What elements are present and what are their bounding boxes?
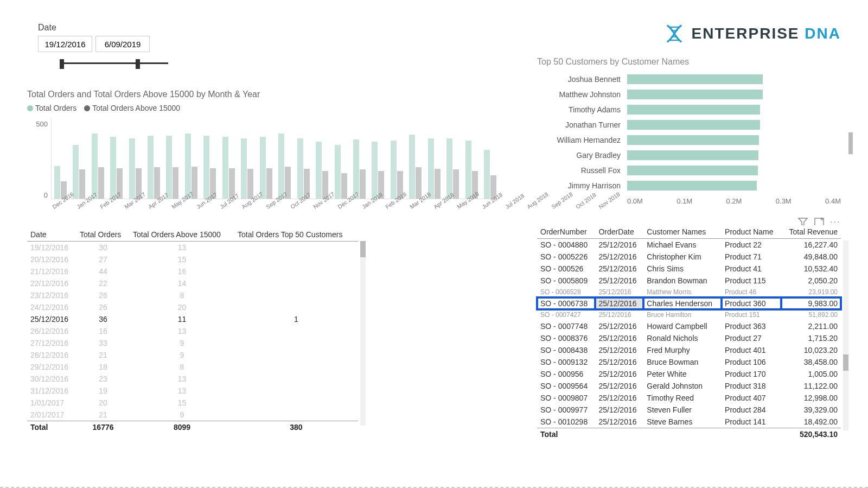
hbar-bar[interactable]	[627, 181, 757, 191]
date-from-input[interactable]	[38, 36, 92, 52]
hbar-x-tick: 0.1M	[676, 197, 692, 205]
table-row[interactable]: SO - 000774825/12/2016Howard CampbellPro…	[537, 320, 841, 332]
table-row[interactable]: 21/12/20164416	[27, 265, 358, 277]
brand-logo: ENTERPRISE DNA	[662, 22, 841, 46]
table2-header[interactable]: OrderDate	[595, 225, 643, 239]
table1-header[interactable]: Date	[27, 228, 76, 242]
top-customers-title: Top 50 Customers by Customer Names	[537, 57, 841, 67]
hbar-bar[interactable]	[627, 105, 760, 115]
table-row[interactable]: 25/12/201636111	[27, 313, 358, 325]
table-row[interactable]: 24/12/20162620	[27, 301, 358, 313]
legend-total-orders: Total Orders	[35, 104, 76, 112]
table-row[interactable]: SO - 000913225/12/2016Bruce BowmanProduc…	[537, 356, 841, 368]
hbar-label: Gary Bradley	[537, 151, 624, 160]
table-row[interactable]: 26/12/20161613	[27, 325, 358, 337]
hbar-bar[interactable]	[627, 150, 758, 160]
table-row[interactable]: 29/12/2016188	[27, 361, 358, 373]
hbar-label: Joshua Bennett	[537, 75, 624, 84]
table-row[interactable]: SO - 00052625/12/2016Chris SimsProduct 4…	[537, 263, 841, 275]
table-row[interactable]: SO - 000837625/12/2016Ronald NicholsProd…	[537, 332, 841, 344]
table-row[interactable]: SO - 000956425/12/2016Gerald JohnstonPro…	[537, 380, 841, 392]
hbar-label: Jonathan Turner	[537, 121, 624, 129]
date-to-input[interactable]	[95, 36, 150, 52]
table-row[interactable]: 23/12/2016268	[27, 289, 358, 301]
hbar-bar[interactable]	[627, 120, 760, 130]
table1-header[interactable]: Total Orders Above 15000	[130, 228, 234, 242]
hbar-bar[interactable]	[627, 166, 758, 175]
table-row[interactable]: 20/12/20162715	[27, 253, 358, 265]
date-range-slider[interactable]	[60, 58, 168, 68]
table-row[interactable]: SO - 000742725/12/2016Bruce HamiltonProd…	[537, 309, 841, 320]
date-slicer[interactable]: Date	[38, 23, 190, 68]
table-row[interactable]: SO - 001029825/12/2016Steve BarnesProduc…	[537, 416, 841, 428]
date-slicer-label: Date	[38, 23, 190, 33]
brand-text-b: DNA	[805, 25, 841, 42]
table-row[interactable]: SO - 000980725/12/2016Timothy ReedProduc…	[537, 392, 841, 404]
daily-orders-table[interactable]: DateTotal OrdersTotal Orders Above 15000…	[27, 228, 358, 434]
chart-title: Total Orders and Total Orders Above 1500…	[27, 90, 499, 99]
table2-header[interactable]: Total Revenue	[781, 225, 841, 239]
table-row[interactable]: 22/12/20162214	[27, 277, 358, 289]
table2-header[interactable]: OrderNumber	[537, 225, 595, 239]
table-row[interactable]: SO - 000843825/12/2016Fred MurphyProduct…	[537, 344, 841, 356]
hbar-label: Russell Fox	[537, 166, 624, 175]
scrollbar-thumb[interactable]	[848, 132, 853, 154]
top-customers-bar-chart[interactable]: Top 50 Customers by Customer Names Joshu…	[537, 57, 841, 205]
hbar-label: William Hernandez	[537, 136, 624, 144]
report-canvas: ENTERPRISE DNA Date Total Orders and Tot…	[0, 0, 868, 488]
orders-bar-chart[interactable]: Total Orders and Total Orders Above 1500…	[27, 90, 499, 216]
table-row[interactable]: SO - 000997725/12/2016Steven FullerProdu…	[537, 404, 841, 416]
range-handle-min[interactable]	[60, 59, 64, 69]
table2-header[interactable]: Product Name	[722, 225, 781, 239]
table-row[interactable]: SO - 00095625/12/2016Peter WhiteProduct …	[537, 368, 841, 380]
hbar-label: Jimmy Harrison	[537, 181, 624, 190]
y-tick-500: 500	[36, 120, 48, 128]
table1-header[interactable]: Total Orders	[76, 228, 130, 242]
table-row[interactable]: 27/12/2016339	[27, 337, 358, 349]
table2-scrollbar[interactable]	[843, 240, 848, 430]
table-row[interactable]: 30/12/20162313	[27, 373, 358, 385]
hbar-x-tick: 0.4M	[825, 197, 841, 205]
table1-header[interactable]: Total Orders Top 50 Customers	[234, 228, 358, 242]
table1-scrollbar[interactable]	[360, 241, 366, 426]
dna-icon	[662, 22, 686, 46]
table-row[interactable]: 28/12/2016219	[27, 349, 358, 361]
hbar-label: Matthew Johnston	[537, 90, 624, 99]
table-row[interactable]: 1/01/20172015	[27, 397, 358, 409]
table2-header[interactable]: Customer Names	[643, 225, 722, 239]
table-row[interactable]: SO - 000580925/12/2016Brandon BowmanProd…	[537, 275, 841, 287]
hbar-bar[interactable]	[627, 90, 763, 99]
hbar-bar[interactable]	[627, 135, 759, 145]
table-row[interactable]: SO - 000652825/12/2016Matthew MorrisProd…	[537, 287, 841, 297]
table-row[interactable]: SO - 000673825/12/2016Charles HendersonP…	[537, 297, 841, 309]
table-row[interactable]: 19/12/20163013	[27, 242, 358, 254]
legend-total-above: Total Orders Above 15000	[92, 104, 180, 112]
y-tick-0: 0	[44, 191, 48, 199]
x-tick: Jul 2018	[504, 192, 528, 213]
brand-text-a: ENTERPRISE	[692, 25, 800, 42]
table-row[interactable]: 31/12/20161913	[27, 385, 358, 397]
table-row[interactable]: SO - 000522625/12/2016Christopher KimPro…	[537, 251, 841, 263]
range-handle-max[interactable]	[136, 59, 140, 69]
table-row[interactable]: SO - 000488025/12/2016Michael EvansProdu…	[537, 239, 841, 251]
hbar-bar[interactable]	[627, 74, 763, 84]
hbar-x-tick: 0.2M	[726, 197, 742, 205]
table-row[interactable]: 2/01/2017219	[27, 409, 358, 421]
hbar-label: Timothy Adams	[537, 105, 624, 114]
orders-detail-table[interactable]: OrderNumberOrderDateCustomer NamesProduc…	[537, 225, 841, 442]
hbar-x-tick: 0.3M	[776, 197, 792, 205]
hbar-x-tick: 0.0M	[627, 197, 643, 205]
